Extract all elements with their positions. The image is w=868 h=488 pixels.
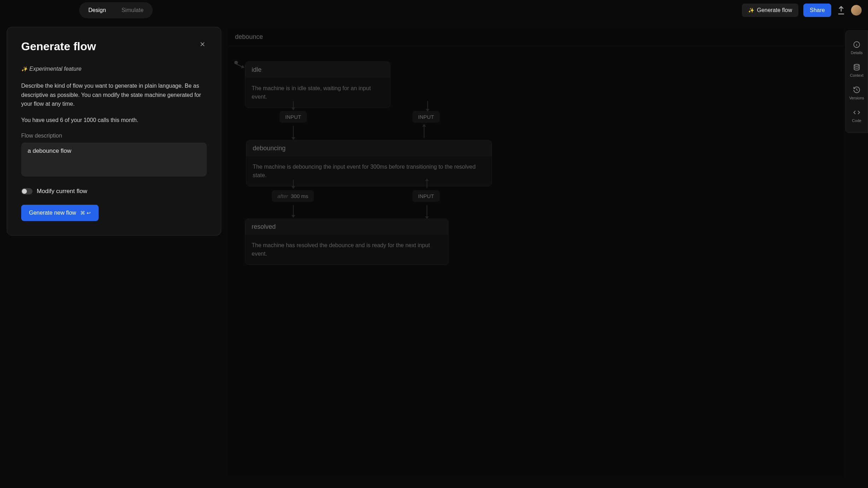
code-icon bbox=[853, 109, 861, 116]
close-icon bbox=[199, 41, 206, 48]
machine-name[interactable]: debounce bbox=[228, 28, 845, 46]
experimental-text: Experimental feature bbox=[29, 66, 82, 72]
rail-details-label: Details bbox=[851, 51, 863, 55]
state-debouncing-name: debouncing bbox=[246, 140, 492, 156]
rail-context-label: Context bbox=[850, 73, 863, 77]
usage-text: You have used 6 of your 1000 calls this … bbox=[21, 117, 207, 123]
event-input-1[interactable]: INPUT bbox=[280, 111, 307, 123]
avatar[interactable] bbox=[851, 5, 862, 16]
event-input-2[interactable]: INPUT bbox=[412, 111, 440, 123]
state-idle[interactable]: idle The machine is in idle state, waiti… bbox=[245, 62, 391, 108]
close-button[interactable] bbox=[198, 40, 207, 48]
modify-toggle[interactable] bbox=[21, 188, 33, 194]
export-icon bbox=[836, 5, 846, 15]
tab-design[interactable]: Design bbox=[81, 4, 114, 17]
event-input-3[interactable]: INPUT bbox=[412, 190, 440, 202]
edge-resolved-debouncing-down bbox=[427, 205, 427, 217]
after-label: after bbox=[277, 193, 288, 199]
flow-description-label: Flow description bbox=[21, 133, 207, 139]
generate-new-flow-button[interactable]: Generate new flow ⌘ ↩ bbox=[21, 205, 99, 221]
share-button[interactable]: Share bbox=[803, 4, 831, 17]
dialog-title: Generate flow bbox=[21, 40, 96, 53]
rail-versions[interactable]: Versions bbox=[846, 82, 868, 104]
edge-idle-debouncing bbox=[293, 101, 294, 108]
rail-code-label: Code bbox=[852, 118, 861, 123]
edge-debouncing-self-down bbox=[427, 101, 428, 110]
edge-idle-debouncing-2 bbox=[293, 126, 294, 138]
export-button[interactable] bbox=[836, 5, 846, 15]
sparkle-icon: ✨ bbox=[21, 66, 27, 72]
right-sidebar: Details Context Versions Code bbox=[845, 30, 868, 133]
database-icon bbox=[853, 63, 861, 71]
mode-tabs: Design Simulate bbox=[79, 2, 153, 18]
rail-versions-label: Versions bbox=[849, 96, 864, 100]
after-pill[interactable]: after300 ms bbox=[272, 190, 314, 202]
dialog-header: Generate flow bbox=[21, 40, 207, 53]
experimental-label: ✨ Experimental feature bbox=[21, 66, 207, 72]
modify-toggle-row: Modify current flow bbox=[21, 188, 207, 195]
dialog-description: Describe the kind of flow you want to ge… bbox=[21, 81, 207, 109]
generate-shortcut: ⌘ ↩ bbox=[80, 210, 91, 216]
after-value: 300 ms bbox=[291, 193, 308, 199]
state-debouncing-desc: The machine is debouncing the input even… bbox=[246, 156, 492, 186]
initial-arrow bbox=[236, 64, 243, 67]
generate-flow-dialog: Generate flow ✨ Experimental feature Des… bbox=[7, 27, 221, 236]
modify-toggle-label: Modify current flow bbox=[37, 188, 87, 195]
edge-debouncing-resolved bbox=[293, 180, 294, 187]
state-idle-name: idle bbox=[245, 62, 390, 78]
edge-debouncing-self-up bbox=[424, 126, 424, 138]
generate-flow-button[interactable]: ✨ Generate flow bbox=[742, 4, 799, 17]
history-icon bbox=[853, 86, 861, 94]
generate-button-label: Generate new flow bbox=[29, 210, 76, 216]
state-resolved[interactable]: resolved The machine has resolved the de… bbox=[245, 219, 448, 265]
sparkle-icon: ✨ bbox=[748, 7, 754, 13]
state-resolved-desc: The machine has resolved the debounce an… bbox=[245, 235, 448, 265]
state-machine-canvas[interactable]: debounce idle The machine is in idle sta… bbox=[228, 28, 845, 477]
generate-flow-label: Generate flow bbox=[757, 7, 792, 13]
state-idle-desc: The machine is in idle state, waiting fo… bbox=[245, 78, 390, 108]
top-actions: ✨ Generate flow Share bbox=[742, 4, 862, 17]
flow-description-input[interactable] bbox=[21, 143, 207, 176]
rail-code[interactable]: Code bbox=[846, 104, 868, 127]
info-icon bbox=[853, 41, 861, 48]
state-debouncing[interactable]: debouncing The machine is debouncing the… bbox=[246, 140, 492, 186]
state-resolved-name: resolved bbox=[245, 219, 448, 235]
rail-details[interactable]: Details bbox=[846, 36, 868, 59]
edge-debouncing-resolved-2 bbox=[293, 205, 294, 216]
rail-context[interactable]: Context bbox=[846, 59, 868, 82]
top-bar: Design Simulate ✨ Generate flow Share bbox=[0, 0, 868, 20]
edge-resolved-debouncing-up bbox=[427, 180, 427, 188]
svg-point-1 bbox=[854, 64, 860, 66]
tab-simulate[interactable]: Simulate bbox=[114, 4, 151, 17]
